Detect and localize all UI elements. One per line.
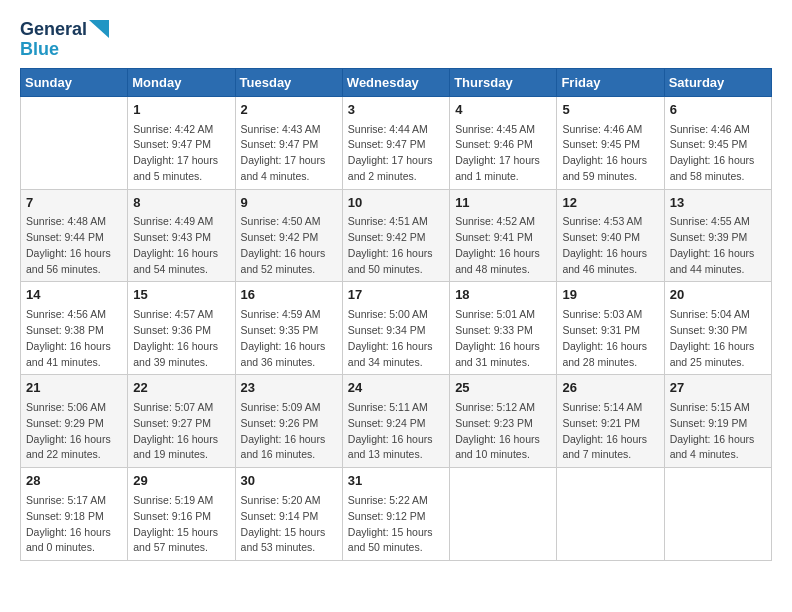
day-info: Sunrise: 4:50 AMSunset: 9:42 PMDaylight:… (241, 214, 337, 277)
day-number: 12 (562, 194, 658, 213)
day-number: 22 (133, 379, 229, 398)
day-number: 15 (133, 286, 229, 305)
svg-marker-0 (89, 20, 109, 38)
header-wednesday: Wednesday (342, 68, 449, 96)
calendar-cell: 13Sunrise: 4:55 AMSunset: 9:39 PMDayligh… (664, 189, 771, 282)
calendar-cell: 14Sunrise: 4:56 AMSunset: 9:38 PMDayligh… (21, 282, 128, 375)
day-number: 30 (241, 472, 337, 491)
calendar-cell (450, 468, 557, 561)
day-info: Sunrise: 5:04 AMSunset: 9:30 PMDaylight:… (670, 307, 766, 370)
calendar-cell: 16Sunrise: 4:59 AMSunset: 9:35 PMDayligh… (235, 282, 342, 375)
calendar-cell: 3Sunrise: 4:44 AMSunset: 9:47 PMDaylight… (342, 96, 449, 189)
calendar-cell: 10Sunrise: 4:51 AMSunset: 9:42 PMDayligh… (342, 189, 449, 282)
week-row-5: 28Sunrise: 5:17 AMSunset: 9:18 PMDayligh… (21, 468, 772, 561)
calendar-cell: 30Sunrise: 5:20 AMSunset: 9:14 PMDayligh… (235, 468, 342, 561)
day-info: Sunrise: 4:55 AMSunset: 9:39 PMDaylight:… (670, 214, 766, 277)
day-info: Sunrise: 4:45 AMSunset: 9:46 PMDaylight:… (455, 122, 551, 185)
day-info: Sunrise: 4:49 AMSunset: 9:43 PMDaylight:… (133, 214, 229, 277)
day-number: 21 (26, 379, 122, 398)
header-tuesday: Tuesday (235, 68, 342, 96)
week-row-3: 14Sunrise: 4:56 AMSunset: 9:38 PMDayligh… (21, 282, 772, 375)
day-number: 2 (241, 101, 337, 120)
day-info: Sunrise: 5:14 AMSunset: 9:21 PMDaylight:… (562, 400, 658, 463)
day-info: Sunrise: 5:00 AMSunset: 9:34 PMDaylight:… (348, 307, 444, 370)
calendar-cell: 2Sunrise: 4:43 AMSunset: 9:47 PMDaylight… (235, 96, 342, 189)
day-number: 3 (348, 101, 444, 120)
calendar-cell: 8Sunrise: 4:49 AMSunset: 9:43 PMDaylight… (128, 189, 235, 282)
logo: General Blue (20, 20, 109, 60)
day-number: 19 (562, 286, 658, 305)
week-row-4: 21Sunrise: 5:06 AMSunset: 9:29 PMDayligh… (21, 375, 772, 468)
day-number: 20 (670, 286, 766, 305)
calendar-cell: 26Sunrise: 5:14 AMSunset: 9:21 PMDayligh… (557, 375, 664, 468)
day-number: 24 (348, 379, 444, 398)
calendar-cell: 24Sunrise: 5:11 AMSunset: 9:24 PMDayligh… (342, 375, 449, 468)
calendar-cell: 1Sunrise: 4:42 AMSunset: 9:47 PMDaylight… (128, 96, 235, 189)
calendar-cell (557, 468, 664, 561)
logo-text-general: General (20, 20, 87, 40)
calendar-cell: 22Sunrise: 5:07 AMSunset: 9:27 PMDayligh… (128, 375, 235, 468)
day-info: Sunrise: 4:57 AMSunset: 9:36 PMDaylight:… (133, 307, 229, 370)
day-info: Sunrise: 4:59 AMSunset: 9:35 PMDaylight:… (241, 307, 337, 370)
day-info: Sunrise: 5:17 AMSunset: 9:18 PMDaylight:… (26, 493, 122, 556)
day-number: 17 (348, 286, 444, 305)
calendar-cell: 4Sunrise: 4:45 AMSunset: 9:46 PMDaylight… (450, 96, 557, 189)
calendar-cell: 23Sunrise: 5:09 AMSunset: 9:26 PMDayligh… (235, 375, 342, 468)
header: General Blue (20, 20, 772, 60)
day-info: Sunrise: 4:52 AMSunset: 9:41 PMDaylight:… (455, 214, 551, 277)
calendar-cell: 15Sunrise: 4:57 AMSunset: 9:36 PMDayligh… (128, 282, 235, 375)
calendar-cell: 28Sunrise: 5:17 AMSunset: 9:18 PMDayligh… (21, 468, 128, 561)
day-info: Sunrise: 4:42 AMSunset: 9:47 PMDaylight:… (133, 122, 229, 185)
day-info: Sunrise: 5:09 AMSunset: 9:26 PMDaylight:… (241, 400, 337, 463)
day-info: Sunrise: 4:51 AMSunset: 9:42 PMDaylight:… (348, 214, 444, 277)
calendar-cell: 21Sunrise: 5:06 AMSunset: 9:29 PMDayligh… (21, 375, 128, 468)
day-info: Sunrise: 4:48 AMSunset: 9:44 PMDaylight:… (26, 214, 122, 277)
day-info: Sunrise: 5:03 AMSunset: 9:31 PMDaylight:… (562, 307, 658, 370)
calendar-cell: 5Sunrise: 4:46 AMSunset: 9:45 PMDaylight… (557, 96, 664, 189)
calendar-cell: 17Sunrise: 5:00 AMSunset: 9:34 PMDayligh… (342, 282, 449, 375)
day-info: Sunrise: 4:44 AMSunset: 9:47 PMDaylight:… (348, 122, 444, 185)
day-info: Sunrise: 5:06 AMSunset: 9:29 PMDaylight:… (26, 400, 122, 463)
calendar-table: SundayMondayTuesdayWednesdayThursdayFrid… (20, 68, 772, 561)
day-number: 14 (26, 286, 122, 305)
day-info: Sunrise: 4:53 AMSunset: 9:40 PMDaylight:… (562, 214, 658, 277)
calendar-cell: 12Sunrise: 4:53 AMSunset: 9:40 PMDayligh… (557, 189, 664, 282)
day-info: Sunrise: 5:19 AMSunset: 9:16 PMDaylight:… (133, 493, 229, 556)
week-row-2: 7Sunrise: 4:48 AMSunset: 9:44 PMDaylight… (21, 189, 772, 282)
day-number: 6 (670, 101, 766, 120)
calendar-cell: 18Sunrise: 5:01 AMSunset: 9:33 PMDayligh… (450, 282, 557, 375)
calendar-cell: 20Sunrise: 5:04 AMSunset: 9:30 PMDayligh… (664, 282, 771, 375)
day-number: 25 (455, 379, 551, 398)
day-number: 28 (26, 472, 122, 491)
day-number: 1 (133, 101, 229, 120)
calendar-cell: 19Sunrise: 5:03 AMSunset: 9:31 PMDayligh… (557, 282, 664, 375)
day-number: 8 (133, 194, 229, 213)
day-number: 27 (670, 379, 766, 398)
calendar-cell: 6Sunrise: 4:46 AMSunset: 9:45 PMDaylight… (664, 96, 771, 189)
day-number: 11 (455, 194, 551, 213)
day-number: 18 (455, 286, 551, 305)
calendar-cell: 31Sunrise: 5:22 AMSunset: 9:12 PMDayligh… (342, 468, 449, 561)
day-info: Sunrise: 4:46 AMSunset: 9:45 PMDaylight:… (670, 122, 766, 185)
logo-arrow-icon (89, 20, 109, 40)
day-number: 10 (348, 194, 444, 213)
header-sunday: Sunday (21, 68, 128, 96)
header-saturday: Saturday (664, 68, 771, 96)
calendar-cell (21, 96, 128, 189)
header-row: SundayMondayTuesdayWednesdayThursdayFrid… (21, 68, 772, 96)
day-info: Sunrise: 5:11 AMSunset: 9:24 PMDaylight:… (348, 400, 444, 463)
day-number: 4 (455, 101, 551, 120)
calendar-cell: 29Sunrise: 5:19 AMSunset: 9:16 PMDayligh… (128, 468, 235, 561)
day-number: 13 (670, 194, 766, 213)
day-info: Sunrise: 5:22 AMSunset: 9:12 PMDaylight:… (348, 493, 444, 556)
day-info: Sunrise: 5:15 AMSunset: 9:19 PMDaylight:… (670, 400, 766, 463)
header-monday: Monday (128, 68, 235, 96)
day-number: 5 (562, 101, 658, 120)
calendar-cell (664, 468, 771, 561)
day-number: 16 (241, 286, 337, 305)
day-number: 9 (241, 194, 337, 213)
day-number: 7 (26, 194, 122, 213)
calendar-cell: 7Sunrise: 4:48 AMSunset: 9:44 PMDaylight… (21, 189, 128, 282)
day-number: 29 (133, 472, 229, 491)
logo-text-blue: Blue (20, 40, 59, 60)
